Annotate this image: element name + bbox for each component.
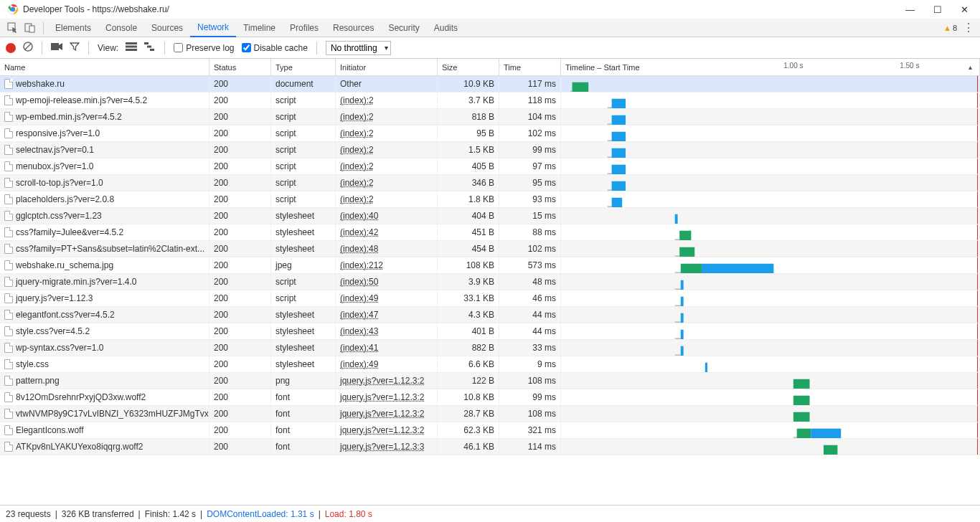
tab-elements[interactable]: Elements	[48, 19, 98, 37]
titlebar: Developer Tools - https://webshake.ru/ —…	[0, 0, 980, 19]
tab-security[interactable]: Security	[381, 19, 426, 37]
tab-resources[interactable]: Resources	[326, 19, 381, 37]
chrome-icon	[7, 4, 19, 15]
close-button[interactable]: ✕	[961, 4, 969, 15]
device-toggle-icon[interactable]	[22, 19, 39, 37]
throttling-select[interactable]: No throttling ▾	[326, 41, 391, 55]
camera-icon[interactable]	[51, 42, 62, 53]
inspect-icon[interactable]	[4, 19, 22, 37]
svg-rect-8	[126, 42, 137, 44]
filter-icon[interactable]	[70, 42, 80, 54]
view-label: View:	[98, 43, 118, 53]
network-toolbar: View: Preserve log Disable cache No thro…	[0, 37, 980, 59]
preserve-log-checkbox[interactable]: Preserve log	[174, 43, 234, 53]
svg-rect-13	[150, 49, 154, 51]
main-tabs: ElementsConsoleSourcesNetworkTimelinePro…	[0, 19, 980, 37]
tab-network[interactable]: Network	[190, 19, 236, 37]
clear-button[interactable]	[23, 42, 33, 54]
waterfall-view-icon[interactable]	[144, 42, 156, 53]
svg-rect-7	[51, 43, 59, 50]
window-title: Developer Tools - https://webshake.ru/	[23, 4, 169, 14]
tab-sources[interactable]: Sources	[144, 19, 190, 37]
disable-cache-checkbox[interactable]: Disable cache	[242, 43, 308, 53]
tab-timeline[interactable]: Timeline	[236, 19, 283, 37]
svg-rect-12	[147, 46, 151, 48]
svg-rect-11	[144, 42, 149, 44]
svg-line-6	[25, 44, 31, 49]
more-icon[interactable]: ⋮	[963, 21, 974, 34]
warnings-badge[interactable]: ▲8	[943, 24, 957, 32]
record-button[interactable]	[6, 43, 16, 53]
tab-profiles[interactable]: Profiles	[283, 19, 326, 37]
large-rows-icon[interactable]	[126, 42, 137, 53]
tab-console[interactable]: Console	[98, 19, 144, 37]
svg-rect-4	[29, 26, 34, 32]
tab-audits[interactable]: Audits	[427, 19, 465, 37]
svg-rect-10	[126, 49, 137, 51]
minimize-button[interactable]: —	[905, 4, 915, 15]
svg-rect-9	[126, 46, 137, 48]
maximize-button[interactable]: ☐	[933, 4, 942, 15]
